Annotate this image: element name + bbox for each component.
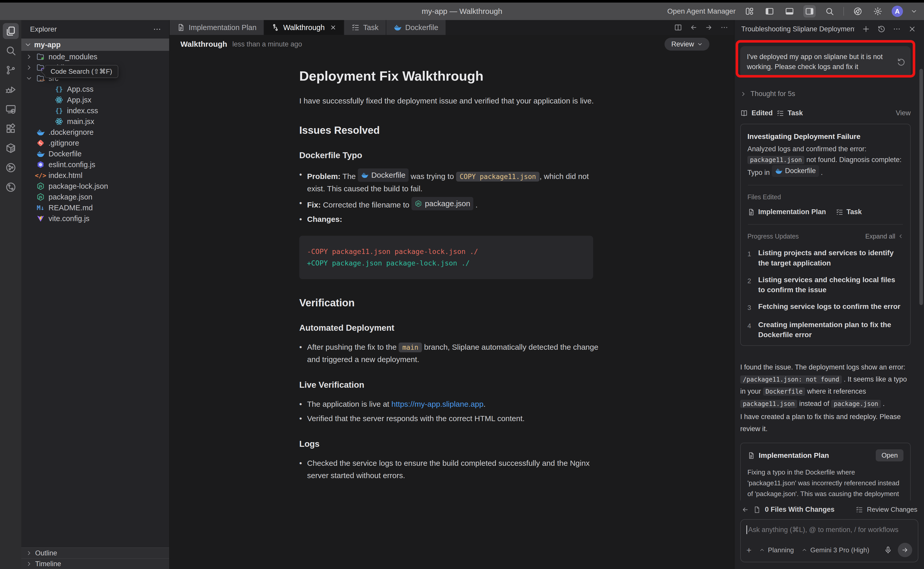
files-with-changes-label: 0 Files With Changes bbox=[765, 505, 834, 514]
file-tree-item[interactable]: vite.config.js bbox=[21, 213, 169, 224]
new-chat-icon[interactable] bbox=[862, 25, 870, 33]
toggle-right-panel-icon[interactable] bbox=[803, 5, 816, 17]
tab-dockerfile[interactable]: Dockerfile bbox=[386, 20, 446, 35]
editor-more-actions-icon[interactable] bbox=[720, 23, 728, 32]
file-name: package-lock.json bbox=[49, 182, 108, 190]
text: . bbox=[881, 400, 885, 408]
close-icon[interactable] bbox=[908, 25, 916, 33]
review-changes-button[interactable]: Review Changes bbox=[856, 505, 917, 514]
tab-task[interactable]: Task bbox=[344, 20, 386, 35]
section-outline[interactable]: Outline bbox=[21, 548, 169, 558]
file-tree-item[interactable]: {}App.css bbox=[21, 84, 169, 94]
progress-step[interactable]: 3Fetching service logs to confirm the er… bbox=[747, 301, 903, 313]
progress-step[interactable]: 4Creating implementation plan to fix the… bbox=[747, 319, 903, 340]
edited-file-name: Implementation Plan bbox=[758, 207, 826, 218]
edited-task-row[interactable]: Edited Task View bbox=[740, 109, 911, 117]
layout-grid-icon[interactable] bbox=[743, 5, 756, 17]
view-link[interactable]: View bbox=[896, 109, 911, 117]
more-actions-icon[interactable] bbox=[153, 25, 161, 33]
file-tree-item[interactable]: .dockerignore bbox=[21, 127, 169, 138]
book-icon bbox=[740, 110, 748, 117]
restore-checkpoint-icon[interactable] bbox=[897, 58, 906, 66]
close-tab-icon[interactable] bbox=[330, 24, 337, 31]
heading-h3: Live Verification bbox=[299, 380, 734, 390]
activity-extensions[interactable] bbox=[3, 121, 19, 137]
inline-code: /package11.json: not found bbox=[740, 376, 842, 383]
attach-plus-icon[interactable]: + bbox=[746, 545, 751, 555]
edited-file[interactable]: Implementation Plan bbox=[747, 207, 826, 218]
toggle-bottom-panel-icon[interactable] bbox=[783, 5, 796, 17]
file-tree-item[interactable]: M↓README.md bbox=[21, 202, 169, 213]
paragraph: I have successfully fixed the deployment… bbox=[299, 95, 607, 106]
navigate-back-icon[interactable] bbox=[689, 23, 698, 32]
activity-files[interactable] bbox=[3, 23, 19, 39]
text: I have successfully fixed the deployment… bbox=[299, 97, 594, 105]
step-number: 2 bbox=[747, 275, 753, 295]
send-button[interactable] bbox=[898, 543, 912, 557]
navigate-forward-icon[interactable] bbox=[705, 23, 713, 32]
avatar[interactable]: A bbox=[892, 6, 903, 17]
progress-step[interactable]: 1Listing projects and services to identi… bbox=[747, 248, 903, 268]
model-selector[interactable]: Gemini 3 Pro (High) bbox=[801, 546, 869, 554]
file-tree-item[interactable]: .gitignore bbox=[21, 138, 169, 148]
expand-all-button[interactable]: Expand all bbox=[865, 231, 903, 241]
file-name: .gitignore bbox=[49, 139, 79, 148]
titlebar-divider bbox=[844, 7, 844, 16]
file-tree-item[interactable]: JSpackage-lock.json bbox=[21, 181, 169, 192]
chat-scrollbar[interactable] bbox=[919, 69, 923, 305]
activity-circle-share[interactable] bbox=[3, 160, 19, 176]
bullet: • bbox=[299, 169, 302, 195]
review-button[interactable]: Review bbox=[665, 38, 709, 50]
activity-container[interactable] bbox=[3, 140, 19, 156]
node-icon: JS bbox=[414, 200, 422, 207]
search-icon[interactable] bbox=[823, 5, 836, 17]
file-tree-item[interactable]: App.jsx bbox=[21, 94, 169, 105]
inline-code: package11.json bbox=[740, 400, 797, 408]
file-chip[interactable]: JSpackage.json bbox=[411, 197, 473, 210]
tab-walkthrough[interactable]: Walkthrough bbox=[264, 20, 344, 35]
split-editor-icon[interactable] bbox=[674, 23, 682, 32]
thought-toggle[interactable]: Thought for 5s bbox=[740, 90, 911, 98]
explorer-root-folder[interactable]: my-app bbox=[21, 38, 169, 51]
user-message[interactable]: I've deployed my app on sliplane but it … bbox=[740, 46, 911, 78]
chevron-down-icon[interactable] bbox=[911, 8, 917, 15]
microphone-icon[interactable] bbox=[884, 546, 892, 554]
markdown-icon: M↓ bbox=[36, 204, 46, 211]
section-timeline[interactable]: Timeline bbox=[21, 558, 169, 569]
vite-icon bbox=[36, 214, 46, 223]
text-cursor bbox=[746, 525, 747, 534]
file-chip[interactable]: Dockerfile bbox=[358, 169, 408, 182]
chat-more-icon[interactable] bbox=[893, 25, 901, 33]
tab-implementation-plan[interactable]: Implementation Plan bbox=[170, 20, 264, 35]
file-tree-item[interactable]: main.jsx bbox=[21, 116, 169, 127]
task-summary-card[interactable]: Investigating Deployment Failure Analyze… bbox=[740, 124, 911, 346]
activity-run-debug[interactable] bbox=[3, 82, 19, 97]
progress-step[interactable]: 2Listing services and checking local fil… bbox=[747, 275, 903, 295]
open-plan-button[interactable]: Open bbox=[876, 449, 903, 461]
activity-search[interactable] bbox=[3, 43, 19, 59]
mode-selector[interactable]: Planning bbox=[759, 546, 794, 554]
history-icon[interactable] bbox=[877, 25, 886, 33]
edited-file[interactable]: Task bbox=[836, 207, 862, 218]
file-chip[interactable]: Dockerfile bbox=[772, 165, 819, 177]
implementation-plan-card[interactable]: Implementation Plan Open Fixing a typo i… bbox=[740, 443, 911, 501]
file-tree-item[interactable]: node_modules bbox=[21, 51, 169, 62]
remote-explorer-icon bbox=[5, 103, 17, 115]
diff-line-add: +COPY package.json package-lock.json ./ bbox=[307, 257, 586, 269]
activity-source-control[interactable] bbox=[3, 62, 19, 78]
browser-icon[interactable] bbox=[852, 5, 864, 17]
collapse-arrow-icon[interactable] bbox=[741, 506, 749, 514]
gear-icon[interactable] bbox=[872, 5, 884, 17]
chat-input[interactable]: Ask anything (⌘L), @ to mention, / for w… bbox=[740, 519, 918, 562]
file-tree-item[interactable]: JSpackage.json bbox=[21, 192, 169, 202]
file-tree-item[interactable]: Dockerfile bbox=[21, 148, 169, 159]
file-tree-item[interactable]: eslint.config.js bbox=[21, 159, 169, 170]
link[interactable]: https://my-app.sliplane.app bbox=[391, 400, 484, 408]
doc-icon bbox=[747, 208, 755, 216]
agent-manager-label[interactable]: Open Agent Manager bbox=[667, 7, 736, 15]
activity-remote-explorer[interactable] bbox=[3, 101, 19, 117]
file-tree-item[interactable]: </>index.html bbox=[21, 170, 169, 181]
file-tree-item[interactable]: {}index.css bbox=[21, 105, 169, 116]
toggle-left-panel-icon[interactable] bbox=[763, 5, 776, 17]
activity-circle-git[interactable] bbox=[3, 179, 19, 195]
